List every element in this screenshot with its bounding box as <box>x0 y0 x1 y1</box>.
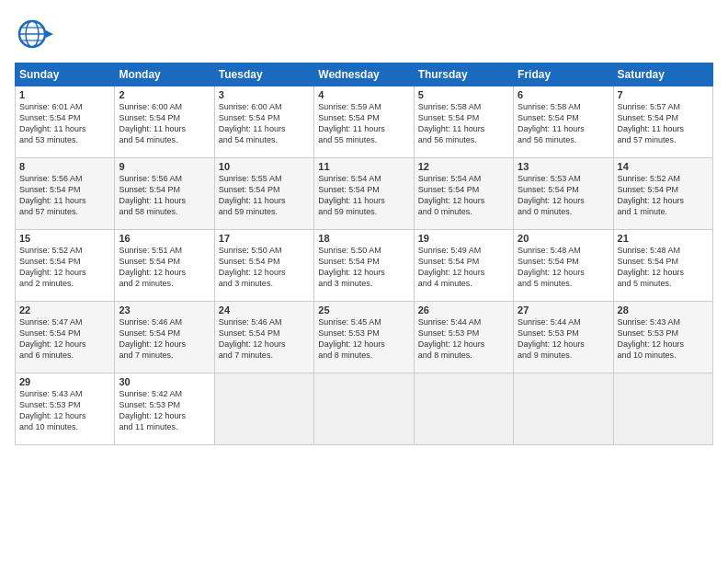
day-number: 30 <box>119 376 210 387</box>
day-number: 17 <box>219 233 310 244</box>
calendar-cell: 14Sunrise: 5:52 AM Sunset: 5:54 PM Dayli… <box>613 158 712 230</box>
day-info: Sunrise: 5:49 AM Sunset: 5:54 PM Dayligh… <box>418 245 509 290</box>
weekday-header: Saturday <box>613 63 712 86</box>
day-info: Sunrise: 5:59 AM Sunset: 5:54 PM Dayligh… <box>318 101 409 146</box>
day-number: 12 <box>418 161 509 172</box>
calendar-cell: 20Sunrise: 5:48 AM Sunset: 5:54 PM Dayli… <box>514 230 613 302</box>
calendar-cell <box>613 373 712 445</box>
day-number: 3 <box>219 89 310 100</box>
calendar-cell: 6Sunrise: 5:58 AM Sunset: 5:54 PM Daylig… <box>514 86 613 158</box>
day-number: 19 <box>418 233 509 244</box>
calendar-cell: 28Sunrise: 5:43 AM Sunset: 5:53 PM Dayli… <box>613 302 712 373</box>
calendar-week-row: 22Sunrise: 5:47 AM Sunset: 5:54 PM Dayli… <box>16 302 713 373</box>
day-info: Sunrise: 5:45 AM Sunset: 5:53 PM Dayligh… <box>318 316 409 362</box>
day-info: Sunrise: 5:47 AM Sunset: 5:54 PM Dayligh… <box>19 316 110 362</box>
day-info: Sunrise: 5:48 AM Sunset: 5:54 PM Dayligh… <box>518 245 609 290</box>
weekday-header: Thursday <box>414 63 513 86</box>
day-number: 6 <box>518 89 609 100</box>
day-info: Sunrise: 5:52 AM Sunset: 5:54 PM Dayligh… <box>19 245 110 290</box>
day-info: Sunrise: 5:52 AM Sunset: 5:54 PM Dayligh… <box>618 173 709 218</box>
calendar-cell: 3Sunrise: 6:00 AM Sunset: 5:54 PM Daylig… <box>214 86 313 158</box>
day-info: Sunrise: 6:00 AM Sunset: 5:54 PM Dayligh… <box>219 101 310 146</box>
day-number: 8 <box>19 161 110 172</box>
day-number: 16 <box>119 233 210 244</box>
calendar-cell: 13Sunrise: 5:53 AM Sunset: 5:54 PM Dayli… <box>514 158 613 230</box>
calendar-week-row: 1Sunrise: 6:01 AM Sunset: 5:54 PM Daylig… <box>16 86 713 158</box>
day-info: Sunrise: 5:54 AM Sunset: 5:54 PM Dayligh… <box>418 173 509 218</box>
calendar-cell: 25Sunrise: 5:45 AM Sunset: 5:53 PM Dayli… <box>314 302 414 373</box>
day-number: 1 <box>19 89 110 100</box>
day-info: Sunrise: 5:48 AM Sunset: 5:54 PM Dayligh… <box>618 245 709 290</box>
calendar-cell <box>314 373 414 445</box>
svg-marker-5 <box>46 30 53 38</box>
day-info: Sunrise: 5:43 AM Sunset: 5:53 PM Dayligh… <box>19 388 110 433</box>
calendar-cell: 19Sunrise: 5:49 AM Sunset: 5:54 PM Dayli… <box>414 230 513 302</box>
calendar-cell: 4Sunrise: 5:59 AM Sunset: 5:54 PM Daylig… <box>314 86 414 158</box>
day-info: Sunrise: 5:50 AM Sunset: 5:54 PM Dayligh… <box>219 245 310 290</box>
day-number: 21 <box>618 233 709 244</box>
day-number: 26 <box>418 304 509 316</box>
calendar-cell: 23Sunrise: 5:46 AM Sunset: 5:54 PM Dayli… <box>115 302 214 373</box>
calendar-cell: 26Sunrise: 5:44 AM Sunset: 5:53 PM Dayli… <box>414 302 513 373</box>
day-number: 15 <box>19 233 110 244</box>
day-info: Sunrise: 5:44 AM Sunset: 5:53 PM Dayligh… <box>518 316 609 362</box>
calendar-cell: 24Sunrise: 5:46 AM Sunset: 5:54 PM Dayli… <box>214 302 313 373</box>
calendar-cell: 29Sunrise: 5:43 AM Sunset: 5:53 PM Dayli… <box>16 373 115 445</box>
logo-icon <box>15 15 53 53</box>
calendar-cell: 22Sunrise: 5:47 AM Sunset: 5:54 PM Dayli… <box>16 302 115 373</box>
day-number: 27 <box>518 304 609 316</box>
day-info: Sunrise: 5:58 AM Sunset: 5:54 PM Dayligh… <box>518 101 609 146</box>
calendar-cell: 16Sunrise: 5:51 AM Sunset: 5:54 PM Dayli… <box>115 230 214 302</box>
calendar-cell: 5Sunrise: 5:58 AM Sunset: 5:54 PM Daylig… <box>414 86 513 158</box>
day-number: 25 <box>318 304 409 316</box>
day-number: 2 <box>119 89 210 100</box>
day-info: Sunrise: 5:53 AM Sunset: 5:54 PM Dayligh… <box>518 173 609 218</box>
day-info: Sunrise: 5:56 AM Sunset: 5:54 PM Dayligh… <box>119 173 210 218</box>
calendar-cell: 9Sunrise: 5:56 AM Sunset: 5:54 PM Daylig… <box>115 158 214 230</box>
weekday-header: Friday <box>514 63 613 86</box>
day-info: Sunrise: 5:55 AM Sunset: 5:54 PM Dayligh… <box>219 173 310 218</box>
day-number: 4 <box>318 89 409 100</box>
day-info: Sunrise: 5:46 AM Sunset: 5:54 PM Dayligh… <box>219 316 310 362</box>
calendar-cell: 7Sunrise: 5:57 AM Sunset: 5:54 PM Daylig… <box>613 86 712 158</box>
day-number: 13 <box>518 161 609 172</box>
calendar-cell: 10Sunrise: 5:55 AM Sunset: 5:54 PM Dayli… <box>214 158 313 230</box>
calendar-cell: 1Sunrise: 6:01 AM Sunset: 5:54 PM Daylig… <box>16 86 115 158</box>
day-number: 24 <box>219 304 310 316</box>
day-number: 28 <box>618 304 709 316</box>
day-info: Sunrise: 5:57 AM Sunset: 5:54 PM Dayligh… <box>618 101 709 146</box>
weekday-header: Monday <box>115 63 214 86</box>
day-number: 11 <box>318 161 409 172</box>
day-info: Sunrise: 5:46 AM Sunset: 5:54 PM Dayligh… <box>119 316 210 362</box>
calendar-cell: 27Sunrise: 5:44 AM Sunset: 5:53 PM Dayli… <box>514 302 613 373</box>
header <box>15 15 713 53</box>
logo <box>15 15 53 53</box>
day-number: 23 <box>119 304 210 316</box>
day-info: Sunrise: 6:00 AM Sunset: 5:54 PM Dayligh… <box>119 101 210 146</box>
calendar-cell: 30Sunrise: 5:42 AM Sunset: 5:53 PM Dayli… <box>115 373 214 445</box>
calendar-cell: 18Sunrise: 5:50 AM Sunset: 5:54 PM Dayli… <box>314 230 414 302</box>
weekday-header: Tuesday <box>214 63 313 86</box>
day-info: Sunrise: 5:43 AM Sunset: 5:53 PM Dayligh… <box>618 316 709 362</box>
calendar-cell <box>514 373 613 445</box>
calendar-cell <box>414 373 513 445</box>
day-info: Sunrise: 5:58 AM Sunset: 5:54 PM Dayligh… <box>418 101 509 146</box>
calendar-header-row: SundayMondayTuesdayWednesdayThursdayFrid… <box>16 63 713 86</box>
calendar-cell <box>214 373 313 445</box>
day-info: Sunrise: 5:51 AM Sunset: 5:54 PM Dayligh… <box>119 245 210 290</box>
day-number: 22 <box>19 304 110 316</box>
calendar-cell: 21Sunrise: 5:48 AM Sunset: 5:54 PM Dayli… <box>613 230 712 302</box>
day-number: 9 <box>119 161 210 172</box>
day-number: 10 <box>219 161 310 172</box>
day-info: Sunrise: 5:54 AM Sunset: 5:54 PM Dayligh… <box>318 173 409 218</box>
calendar: SundayMondayTuesdayWednesdayThursdayFrid… <box>15 63 713 445</box>
day-number: 5 <box>418 89 509 100</box>
calendar-week-row: 15Sunrise: 5:52 AM Sunset: 5:54 PM Dayli… <box>16 230 713 302</box>
day-number: 29 <box>19 376 110 387</box>
calendar-week-row: 8Sunrise: 5:56 AM Sunset: 5:54 PM Daylig… <box>16 158 713 230</box>
calendar-cell: 8Sunrise: 5:56 AM Sunset: 5:54 PM Daylig… <box>16 158 115 230</box>
day-info: Sunrise: 5:42 AM Sunset: 5:53 PM Dayligh… <box>119 388 210 433</box>
day-info: Sunrise: 5:44 AM Sunset: 5:53 PM Dayligh… <box>418 316 509 362</box>
day-number: 20 <box>518 233 609 244</box>
weekday-header: Wednesday <box>314 63 414 86</box>
